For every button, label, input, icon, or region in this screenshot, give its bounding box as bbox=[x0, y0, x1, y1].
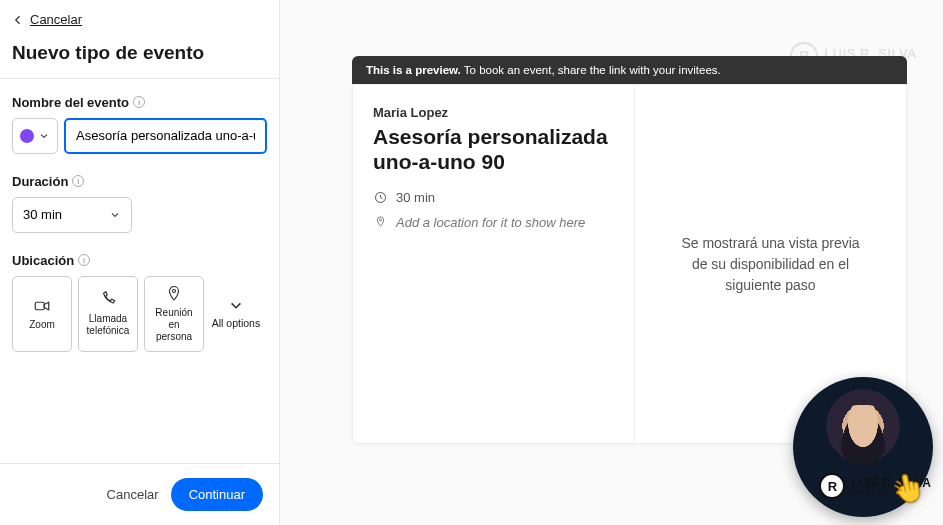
divider bbox=[0, 78, 279, 79]
event-name-label: Nombre del evento i bbox=[12, 95, 267, 110]
location-option-label: Llamada telefónica bbox=[83, 313, 133, 337]
pin-icon bbox=[373, 215, 388, 230]
color-swatch bbox=[20, 129, 34, 143]
preview-banner-text: To book an event, share the link with yo… bbox=[464, 64, 721, 76]
event-color-picker[interactable] bbox=[12, 118, 58, 154]
brand-name: LUIS R. SILVA bbox=[824, 47, 917, 60]
svg-point-3 bbox=[380, 219, 382, 221]
location-option-label: Reunión en persona bbox=[149, 307, 199, 343]
info-icon: i bbox=[72, 175, 84, 187]
cancel-label: Cancelar bbox=[30, 12, 82, 27]
duration-label: Duración i bbox=[12, 174, 267, 189]
all-options-label: All options bbox=[212, 317, 260, 329]
brand-name: LUIS R. SILVA bbox=[851, 476, 931, 490]
preview-banner-bold: This is a preview. bbox=[366, 64, 461, 76]
clock-icon bbox=[373, 190, 388, 205]
video-icon bbox=[33, 297, 51, 315]
preview-duration-text: 30 min bbox=[396, 190, 435, 205]
chevron-left-icon bbox=[12, 14, 24, 26]
pin-icon bbox=[165, 285, 183, 303]
brand-initial: R bbox=[819, 473, 845, 499]
phone-icon bbox=[99, 291, 117, 309]
settings-sidebar: Cancelar Nuevo tipo de evento Nombre del… bbox=[0, 0, 280, 525]
chevron-down-icon bbox=[109, 209, 121, 221]
preview-location-hint: Add a location for it to show here bbox=[373, 215, 614, 230]
preview-host: Maria Lopez bbox=[373, 105, 614, 120]
brand-sub: LUISRSILVA bbox=[851, 490, 931, 496]
location-option-zoom[interactable]: Zoom bbox=[12, 276, 72, 352]
duration-select[interactable]: 30 min bbox=[12, 197, 132, 233]
preview-duration: 30 min bbox=[373, 190, 614, 205]
page-title: Nuevo tipo de evento bbox=[12, 42, 267, 64]
location-option-label: Zoom bbox=[29, 319, 55, 331]
chevron-down-icon bbox=[229, 299, 243, 313]
preview-event-title: Asesoría personalizada uno-a-uno 90 bbox=[373, 124, 614, 174]
watermark: R LUIS R. SILVA LUISRSILVA bbox=[790, 42, 917, 70]
continue-button[interactable]: Continuar bbox=[171, 478, 263, 511]
chevron-down-icon bbox=[38, 130, 50, 142]
sidebar-footer: Cancelar Continuar bbox=[0, 463, 279, 525]
preview-area: R LUIS R. SILVA LUISRSILVA This is a pre… bbox=[280, 0, 943, 525]
duration-value: 30 min bbox=[23, 207, 62, 222]
brand-initial: R bbox=[790, 42, 818, 70]
svg-rect-0 bbox=[35, 302, 44, 310]
svg-point-1 bbox=[173, 289, 176, 292]
preview-availability-message: Se mostrará una vista previa de su dispo… bbox=[675, 233, 866, 296]
presenter-brand-overlay: R LUIS R. SILVA LUISRSILVA bbox=[819, 473, 931, 499]
info-icon: i bbox=[78, 254, 90, 266]
location-option-inperson[interactable]: Reunión en persona bbox=[144, 276, 204, 352]
location-all-options[interactable]: All options bbox=[210, 276, 262, 352]
info-icon: i bbox=[133, 96, 145, 108]
back-cancel-link[interactable]: Cancelar bbox=[12, 10, 82, 29]
cancel-button[interactable]: Cancelar bbox=[107, 487, 159, 502]
location-label: Ubicación i bbox=[12, 253, 267, 268]
location-option-phone[interactable]: Llamada telefónica bbox=[78, 276, 138, 352]
preview-location-text: Add a location for it to show here bbox=[396, 215, 585, 230]
event-name-input[interactable] bbox=[64, 118, 267, 154]
